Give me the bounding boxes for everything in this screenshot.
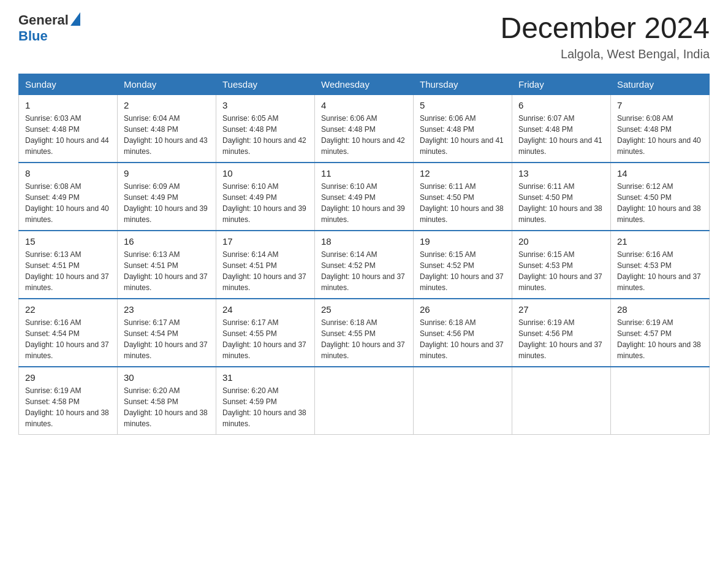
calendar-cell: 18 Sunrise: 6:14 AMSunset: 4:52 PMDaylig… — [315, 231, 414, 299]
header-cell-sunday: Sunday — [19, 74, 118, 94]
day-info: Sunrise: 6:19 AMSunset: 4:58 PMDaylight:… — [25, 385, 111, 429]
logo: General Blue — [18, 12, 80, 44]
day-info: Sunrise: 6:15 AMSunset: 4:52 PMDaylight:… — [420, 249, 506, 293]
day-number: 31 — [222, 372, 308, 383]
calendar-cell: 21 Sunrise: 6:16 AMSunset: 4:53 PMDaylig… — [611, 231, 710, 299]
calendar-cell: 9 Sunrise: 6:09 AMSunset: 4:49 PMDayligh… — [118, 163, 216, 231]
calendar-table: SundayMondayTuesdayWednesdayThursdayFrid… — [18, 74, 710, 435]
day-info: Sunrise: 6:13 AMSunset: 4:51 PMDaylight:… — [124, 249, 210, 293]
logo-general-text: General — [18, 12, 69, 28]
location-title: Lalgola, West Bengal, India — [500, 47, 710, 61]
day-number: 24 — [222, 304, 308, 315]
day-number: 10 — [222, 168, 308, 178]
day-number: 23 — [124, 304, 210, 315]
day-number: 13 — [518, 168, 604, 178]
month-title: December 2024 — [500, 12, 710, 45]
day-info: Sunrise: 6:12 AMSunset: 4:50 PMDaylight:… — [617, 181, 703, 225]
title-section: December 2024 Lalgola, West Bengal, Indi… — [500, 12, 710, 61]
day-info: Sunrise: 6:20 AMSunset: 4:58 PMDaylight:… — [124, 385, 210, 429]
calendar-cell: 17 Sunrise: 6:14 AMSunset: 4:51 PMDaylig… — [216, 231, 315, 299]
calendar-cell: 20 Sunrise: 6:15 AMSunset: 4:53 PMDaylig… — [512, 231, 611, 299]
calendar-cell: 16 Sunrise: 6:13 AMSunset: 4:51 PMDaylig… — [118, 231, 216, 299]
calendar-cell: 8 Sunrise: 6:08 AMSunset: 4:49 PMDayligh… — [19, 163, 118, 231]
day-number: 22 — [25, 304, 111, 315]
calendar-cell: 23 Sunrise: 6:17 AMSunset: 4:54 PMDaylig… — [118, 299, 216, 367]
day-info: Sunrise: 6:04 AMSunset: 4:48 PMDaylight:… — [124, 113, 210, 157]
calendar-cell: 27 Sunrise: 6:19 AMSunset: 4:56 PMDaylig… — [512, 299, 611, 367]
day-number: 19 — [420, 236, 506, 247]
day-number: 15 — [25, 236, 111, 247]
calendar-cell: 24 Sunrise: 6:17 AMSunset: 4:55 PMDaylig… — [216, 299, 315, 367]
calendar-cell: 12 Sunrise: 6:11 AMSunset: 4:50 PMDaylig… — [414, 163, 512, 231]
day-number: 12 — [420, 168, 506, 178]
header-cell-saturday: Saturday — [611, 74, 710, 94]
day-info: Sunrise: 6:10 AMSunset: 4:49 PMDaylight:… — [321, 181, 407, 225]
day-number: 11 — [321, 168, 407, 178]
day-info: Sunrise: 6:16 AMSunset: 4:53 PMDaylight:… — [617, 249, 703, 293]
header-cell-monday: Monday — [118, 74, 216, 94]
day-info: Sunrise: 6:07 AMSunset: 4:48 PMDaylight:… — [518, 113, 604, 157]
calendar-cell: 15 Sunrise: 6:13 AMSunset: 4:51 PMDaylig… — [19, 231, 118, 299]
calendar-cell: 6 Sunrise: 6:07 AMSunset: 4:48 PMDayligh… — [512, 94, 611, 163]
day-info: Sunrise: 6:13 AMSunset: 4:51 PMDaylight:… — [25, 249, 111, 293]
header-cell-wednesday: Wednesday — [315, 74, 414, 94]
calendar-cell: 14 Sunrise: 6:12 AMSunset: 4:50 PMDaylig… — [611, 163, 710, 231]
day-info: Sunrise: 6:15 AMSunset: 4:53 PMDaylight:… — [518, 249, 604, 293]
day-info: Sunrise: 6:06 AMSunset: 4:48 PMDaylight:… — [321, 113, 407, 157]
day-info: Sunrise: 6:19 AMSunset: 4:57 PMDaylight:… — [617, 317, 703, 361]
day-info: Sunrise: 6:18 AMSunset: 4:56 PMDaylight:… — [420, 317, 506, 361]
day-info: Sunrise: 6:16 AMSunset: 4:54 PMDaylight:… — [25, 317, 111, 361]
header-cell-tuesday: Tuesday — [216, 74, 315, 94]
day-info: Sunrise: 6:14 AMSunset: 4:51 PMDaylight:… — [222, 249, 308, 293]
header-row: SundayMondayTuesdayWednesdayThursdayFrid… — [19, 74, 710, 94]
calendar-week-5: 29 Sunrise: 6:19 AMSunset: 4:58 PMDaylig… — [19, 367, 710, 435]
calendar-cell: 10 Sunrise: 6:10 AMSunset: 4:49 PMDaylig… — [216, 163, 315, 231]
calendar-cell: 31 Sunrise: 6:20 AMSunset: 4:59 PMDaylig… — [216, 367, 315, 435]
day-number: 25 — [321, 304, 407, 315]
day-number: 26 — [420, 304, 506, 315]
day-number: 16 — [124, 236, 210, 247]
day-number: 27 — [518, 304, 604, 315]
calendar-cell: 13 Sunrise: 6:11 AMSunset: 4:50 PMDaylig… — [512, 163, 611, 231]
day-info: Sunrise: 6:14 AMSunset: 4:52 PMDaylight:… — [321, 249, 407, 293]
calendar-cell — [611, 367, 710, 435]
day-info: Sunrise: 6:06 AMSunset: 4:48 PMDaylight:… — [420, 113, 506, 157]
calendar-week-3: 15 Sunrise: 6:13 AMSunset: 4:51 PMDaylig… — [19, 231, 710, 299]
page-header: General Blue December 2024 Lalgola, West… — [18, 12, 710, 61]
day-info: Sunrise: 6:10 AMSunset: 4:49 PMDaylight:… — [222, 181, 308, 225]
calendar-cell: 29 Sunrise: 6:19 AMSunset: 4:58 PMDaylig… — [19, 367, 118, 435]
day-info: Sunrise: 6:05 AMSunset: 4:48 PMDaylight:… — [222, 113, 308, 157]
calendar-cell: 25 Sunrise: 6:18 AMSunset: 4:55 PMDaylig… — [315, 299, 414, 367]
day-info: Sunrise: 6:17 AMSunset: 4:55 PMDaylight:… — [222, 317, 308, 361]
calendar-cell — [315, 367, 414, 435]
day-info: Sunrise: 6:20 AMSunset: 4:59 PMDaylight:… — [222, 385, 308, 429]
calendar-cell: 5 Sunrise: 6:06 AMSunset: 4:48 PMDayligh… — [414, 94, 512, 163]
calendar-cell: 22 Sunrise: 6:16 AMSunset: 4:54 PMDaylig… — [19, 299, 118, 367]
day-number: 8 — [25, 168, 111, 178]
calendar-cell: 1 Sunrise: 6:03 AMSunset: 4:48 PMDayligh… — [19, 94, 118, 163]
day-info: Sunrise: 6:19 AMSunset: 4:56 PMDaylight:… — [518, 317, 604, 361]
header-cell-thursday: Thursday — [414, 74, 512, 94]
day-number: 9 — [124, 168, 210, 178]
header-cell-friday: Friday — [512, 74, 611, 94]
calendar-cell: 7 Sunrise: 6:08 AMSunset: 4:48 PMDayligh… — [611, 94, 710, 163]
day-number: 21 — [617, 236, 703, 247]
day-number: 6 — [518, 100, 604, 110]
day-info: Sunrise: 6:08 AMSunset: 4:48 PMDaylight:… — [617, 113, 703, 157]
day-number: 3 — [222, 100, 308, 110]
calendar-cell: 26 Sunrise: 6:18 AMSunset: 4:56 PMDaylig… — [414, 299, 512, 367]
calendar-cell: 11 Sunrise: 6:10 AMSunset: 4:49 PMDaylig… — [315, 163, 414, 231]
calendar-week-4: 22 Sunrise: 6:16 AMSunset: 4:54 PMDaylig… — [19, 299, 710, 367]
day-info: Sunrise: 6:11 AMSunset: 4:50 PMDaylight:… — [518, 181, 604, 225]
day-info: Sunrise: 6:18 AMSunset: 4:55 PMDaylight:… — [321, 317, 407, 361]
calendar-cell — [512, 367, 611, 435]
day-info: Sunrise: 6:17 AMSunset: 4:54 PMDaylight:… — [124, 317, 210, 361]
calendar-cell: 19 Sunrise: 6:15 AMSunset: 4:52 PMDaylig… — [414, 231, 512, 299]
day-number: 20 — [518, 236, 604, 247]
calendar-cell — [414, 367, 512, 435]
day-number: 2 — [124, 100, 210, 110]
calendar-cell: 28 Sunrise: 6:19 AMSunset: 4:57 PMDaylig… — [611, 299, 710, 367]
calendar-week-1: 1 Sunrise: 6:03 AMSunset: 4:48 PMDayligh… — [19, 94, 710, 163]
day-number: 28 — [617, 304, 703, 315]
calendar-cell: 30 Sunrise: 6:20 AMSunset: 4:58 PMDaylig… — [118, 367, 216, 435]
